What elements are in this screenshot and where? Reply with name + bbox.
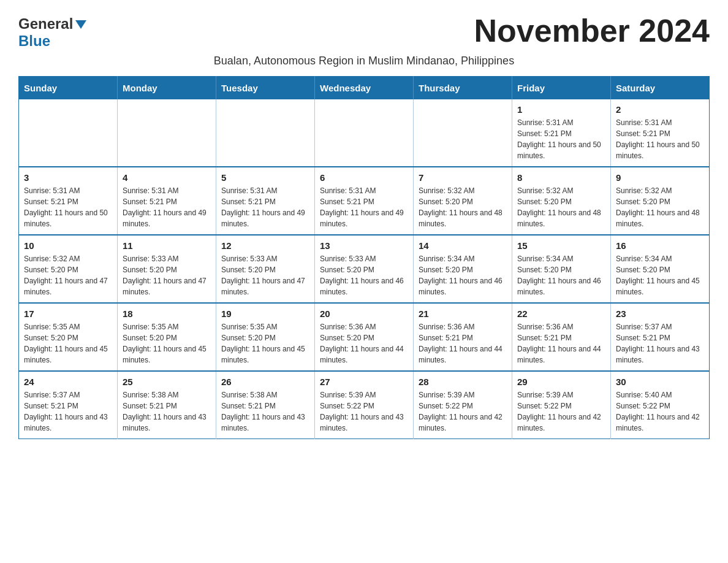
day-info: Sunrise: 5:31 AMSunset: 5:21 PMDaylight:…: [221, 185, 309, 229]
day-info: Sunrise: 5:34 AMSunset: 5:20 PMDaylight:…: [419, 253, 507, 297]
day-number: 10: [24, 240, 112, 251]
day-number: 8: [517, 172, 605, 183]
day-number: 18: [123, 308, 211, 319]
day-number: 16: [616, 240, 704, 251]
calendar-cell: 3Sunrise: 5:31 AMSunset: 5:21 PMDaylight…: [19, 167, 118, 235]
calendar-header-row: SundayMondayTuesdayWednesdayThursdayFrid…: [19, 77, 710, 100]
day-info: Sunrise: 5:33 AMSunset: 5:20 PMDaylight:…: [123, 253, 211, 297]
day-info: Sunrise: 5:31 AMSunset: 5:21 PMDaylight:…: [320, 185, 408, 229]
day-number: 11: [123, 240, 211, 251]
calendar-cell: 20Sunrise: 5:36 AMSunset: 5:20 PMDayligh…: [315, 303, 414, 371]
day-number: 4: [123, 172, 211, 183]
calendar-cell: 24Sunrise: 5:37 AMSunset: 5:21 PMDayligh…: [19, 371, 118, 439]
calendar-cell: 16Sunrise: 5:34 AMSunset: 5:20 PMDayligh…: [611, 235, 710, 303]
calendar-cell: 2Sunrise: 5:31 AMSunset: 5:21 PMDaylight…: [611, 99, 710, 167]
calendar-week-1: 1Sunrise: 5:31 AMSunset: 5:21 PMDaylight…: [19, 99, 710, 167]
day-info: Sunrise: 5:33 AMSunset: 5:20 PMDaylight:…: [320, 253, 408, 297]
calendar-header-saturday: Saturday: [611, 77, 710, 100]
calendar-cell: 11Sunrise: 5:33 AMSunset: 5:20 PMDayligh…: [118, 235, 216, 303]
day-number: 25: [123, 377, 211, 387]
calendar-week-2: 3Sunrise: 5:31 AMSunset: 5:21 PMDaylight…: [19, 167, 710, 235]
day-number: 19: [221, 308, 309, 319]
day-number: 17: [24, 308, 112, 319]
calendar-cell: [19, 99, 118, 167]
day-info: Sunrise: 5:36 AMSunset: 5:21 PMDaylight:…: [517, 321, 605, 366]
calendar-cell: 4Sunrise: 5:31 AMSunset: 5:21 PMDaylight…: [118, 167, 216, 235]
day-number: 15: [517, 240, 605, 251]
day-number: 23: [616, 308, 704, 319]
day-number: 12: [221, 240, 309, 251]
calendar-cell: [315, 99, 414, 167]
day-number: 29: [517, 377, 605, 387]
day-number: 9: [616, 172, 704, 183]
calendar-cell: 19Sunrise: 5:35 AMSunset: 5:20 PMDayligh…: [216, 303, 315, 371]
calendar-cell: 26Sunrise: 5:38 AMSunset: 5:21 PMDayligh…: [216, 371, 315, 439]
day-number: 21: [419, 308, 507, 319]
calendar-cell: 10Sunrise: 5:32 AMSunset: 5:20 PMDayligh…: [19, 235, 118, 303]
day-info: Sunrise: 5:39 AMSunset: 5:22 PMDaylight:…: [517, 389, 605, 434]
day-number: 22: [517, 308, 605, 319]
day-number: 14: [419, 240, 507, 251]
day-info: Sunrise: 5:31 AMSunset: 5:21 PMDaylight:…: [517, 117, 605, 161]
calendar-cell: 21Sunrise: 5:36 AMSunset: 5:21 PMDayligh…: [414, 303, 512, 371]
day-info: Sunrise: 5:33 AMSunset: 5:20 PMDaylight:…: [221, 253, 309, 297]
day-info: Sunrise: 5:37 AMSunset: 5:21 PMDaylight:…: [616, 321, 704, 366]
day-number: 30: [616, 377, 704, 387]
day-info: Sunrise: 5:34 AMSunset: 5:20 PMDaylight:…: [616, 253, 704, 297]
page-header: General Blue November 2024: [18, 12, 710, 50]
logo: General Blue: [18, 12, 86, 50]
day-info: Sunrise: 5:35 AMSunset: 5:20 PMDaylight:…: [123, 321, 211, 366]
day-info: Sunrise: 5:31 AMSunset: 5:21 PMDaylight:…: [24, 185, 112, 229]
day-number: 1: [517, 104, 605, 115]
calendar-cell: 6Sunrise: 5:31 AMSunset: 5:21 PMDaylight…: [315, 167, 414, 235]
calendar-cell: 22Sunrise: 5:36 AMSunset: 5:21 PMDayligh…: [512, 303, 611, 371]
day-number: 27: [320, 377, 408, 387]
day-info: Sunrise: 5:38 AMSunset: 5:21 PMDaylight:…: [123, 389, 211, 434]
calendar-header-monday: Monday: [118, 77, 216, 100]
day-info: Sunrise: 5:31 AMSunset: 5:21 PMDaylight:…: [616, 117, 704, 161]
day-number: 28: [419, 377, 507, 387]
calendar-cell: 25Sunrise: 5:38 AMSunset: 5:21 PMDayligh…: [118, 371, 216, 439]
calendar-header-friday: Friday: [512, 77, 611, 100]
calendar-cell: [414, 99, 512, 167]
page-subtitle: Bualan, Autonomous Region in Muslim Mind…: [18, 55, 710, 67]
logo-blue-text: Blue: [18, 33, 50, 49]
calendar-cell: 27Sunrise: 5:39 AMSunset: 5:22 PMDayligh…: [315, 371, 414, 439]
calendar-header-tuesday: Tuesday: [216, 77, 315, 100]
calendar-cell: 5Sunrise: 5:31 AMSunset: 5:21 PMDaylight…: [216, 167, 315, 235]
calendar-header-thursday: Thursday: [414, 77, 512, 100]
day-number: 13: [320, 240, 408, 251]
month-title: November 2024: [474, 12, 710, 49]
calendar-week-4: 17Sunrise: 5:35 AMSunset: 5:20 PMDayligh…: [19, 303, 710, 371]
calendar-cell: 18Sunrise: 5:35 AMSunset: 5:20 PMDayligh…: [118, 303, 216, 371]
calendar-table: SundayMondayTuesdayWednesdayThursdayFrid…: [18, 76, 710, 439]
day-number: 20: [320, 308, 408, 319]
calendar-cell: 14Sunrise: 5:34 AMSunset: 5:20 PMDayligh…: [414, 235, 512, 303]
day-info: Sunrise: 5:31 AMSunset: 5:21 PMDaylight:…: [123, 185, 211, 229]
day-number: 7: [419, 172, 507, 183]
day-info: Sunrise: 5:40 AMSunset: 5:22 PMDaylight:…: [616, 389, 704, 434]
calendar-header-wednesday: Wednesday: [315, 77, 414, 100]
calendar-cell: 29Sunrise: 5:39 AMSunset: 5:22 PMDayligh…: [512, 371, 611, 439]
day-number: 6: [320, 172, 408, 183]
day-info: Sunrise: 5:39 AMSunset: 5:22 PMDaylight:…: [320, 389, 408, 434]
logo-triangle-icon: [75, 18, 86, 31]
calendar-week-5: 24Sunrise: 5:37 AMSunset: 5:21 PMDayligh…: [19, 371, 710, 439]
day-info: Sunrise: 5:34 AMSunset: 5:20 PMDaylight:…: [517, 253, 605, 297]
calendar-cell: [118, 99, 216, 167]
day-number: 2: [616, 104, 704, 115]
calendar-header-sunday: Sunday: [19, 77, 118, 100]
calendar-cell: 30Sunrise: 5:40 AMSunset: 5:22 PMDayligh…: [611, 371, 710, 439]
calendar-week-3: 10Sunrise: 5:32 AMSunset: 5:20 PMDayligh…: [19, 235, 710, 303]
calendar-cell: 7Sunrise: 5:32 AMSunset: 5:20 PMDaylight…: [414, 167, 512, 235]
day-number: 26: [221, 377, 309, 387]
calendar-cell: 13Sunrise: 5:33 AMSunset: 5:20 PMDayligh…: [315, 235, 414, 303]
calendar-cell: 12Sunrise: 5:33 AMSunset: 5:20 PMDayligh…: [216, 235, 315, 303]
day-info: Sunrise: 5:38 AMSunset: 5:21 PMDaylight:…: [221, 389, 309, 434]
logo-general-text: General: [18, 15, 73, 33]
day-info: Sunrise: 5:36 AMSunset: 5:21 PMDaylight:…: [419, 321, 507, 366]
calendar-cell: 15Sunrise: 5:34 AMSunset: 5:20 PMDayligh…: [512, 235, 611, 303]
day-number: 5: [221, 172, 309, 183]
day-number: 24: [24, 377, 112, 387]
day-info: Sunrise: 5:32 AMSunset: 5:20 PMDaylight:…: [616, 185, 704, 229]
